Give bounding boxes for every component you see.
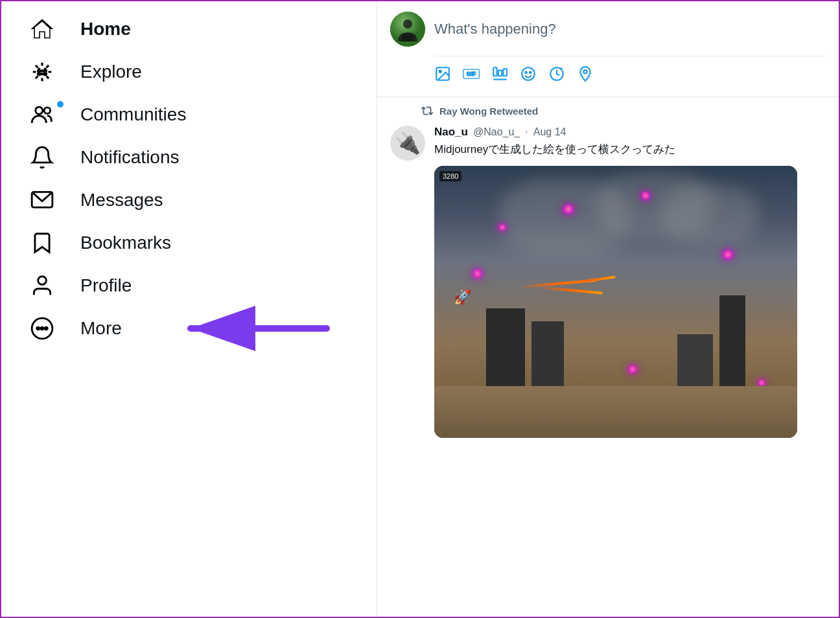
svg-point-14 <box>41 327 43 330</box>
svg-line-0 <box>36 65 38 67</box>
svg-point-13 <box>37 327 40 330</box>
annotation-arrow <box>178 303 333 354</box>
orb-4 <box>723 250 732 259</box>
sidebar-item-bookmarks[interactable]: Bookmarks <box>9 223 369 263</box>
notifications-icon <box>30 145 54 170</box>
svg-point-29 <box>522 67 535 80</box>
profile-icon <box>30 273 54 298</box>
compose-area: What's happening? GIF <box>377 1 839 97</box>
compose-placeholder[interactable]: What's happening? <box>434 12 826 47</box>
sidebar-label-communities: Communities <box>80 104 186 125</box>
compose-poll-button[interactable] <box>491 65 508 86</box>
tweet-text: Midjourneyで生成した絵を使って横スクってみた <box>434 141 826 158</box>
sidebar-label-bookmarks: Bookmarks <box>80 233 171 253</box>
tweet-date: Aug 14 <box>533 126 566 138</box>
compose-schedule-button[interactable] <box>548 65 565 86</box>
communities-icon <box>30 102 54 127</box>
compose-top: What's happening? <box>390 12 826 47</box>
sidebar-label-more: More <box>80 318 122 339</box>
sidebar-item-messages[interactable]: Messages <box>9 180 369 220</box>
sidebar-label-home: Home <box>80 19 131 40</box>
svg-point-22 <box>439 71 441 73</box>
sidebar-item-communities[interactable]: Communities <box>9 95 369 135</box>
svg-point-8 <box>36 107 43 114</box>
battle-scene-illustration: 3280 <box>434 166 797 438</box>
sidebar-label-profile: Profile <box>80 275 132 296</box>
orb-1 <box>564 205 573 214</box>
orb-2 <box>642 192 649 200</box>
svg-line-3 <box>47 65 49 67</box>
sidebar: Home Explore <box>1 1 377 617</box>
more-icon-container <box>30 316 69 341</box>
orb-6 <box>758 380 765 386</box>
svg-point-11 <box>38 277 47 285</box>
svg-point-31 <box>530 72 531 74</box>
messages-icon <box>30 188 54 212</box>
tweet-item: 🔌 Nao_u @Nao_u_ · Aug 14 Midjourneyで生成した… <box>377 119 839 446</box>
svg-point-33 <box>583 70 587 73</box>
sidebar-label-explore: Explore <box>80 62 142 82</box>
retweet-label: Ray Wong Retweeted <box>377 97 839 119</box>
tweet-image[interactable]: 3280 <box>434 166 797 438</box>
svg-text:GIF: GIF <box>467 71 476 77</box>
tweet-image-inner: 3280 <box>434 166 797 438</box>
compose-image-button[interactable] <box>434 65 451 86</box>
sidebar-item-home[interactable]: Home <box>9 9 369 49</box>
retweet-text: Ray Wong Retweeted <box>439 106 538 117</box>
sidebar-label-messages: Messages <box>80 190 163 211</box>
explore-icon <box>30 60 54 84</box>
tweet-feed: Ray Wong Retweeted 🔌 Nao_u @Nao_u_ · Aug… <box>377 97 839 617</box>
sidebar-item-profile[interactable]: Profile <box>9 266 369 306</box>
svg-line-1 <box>47 76 49 78</box>
sidebar-label-notifications: Notifications <box>80 147 180 168</box>
svg-rect-27 <box>503 69 506 76</box>
svg-line-2 <box>36 76 38 78</box>
tweet-author-name: Nao_u <box>434 126 468 139</box>
more-icon <box>30 316 54 341</box>
schedule-icon <box>548 65 565 82</box>
communities-dot <box>57 101 64 108</box>
communities-icon-container <box>30 102 69 127</box>
fire-2 <box>538 286 603 294</box>
tweet-header: Nao_u @Nao_u_ · Aug 14 <box>434 126 826 139</box>
svg-point-9 <box>44 108 51 114</box>
messages-icon-container <box>30 188 69 212</box>
home-icon-container <box>30 17 69 41</box>
sidebar-item-explore[interactable]: Explore <box>9 52 369 92</box>
tweet-author-handle: @Nao_u_ <box>473 126 520 138</box>
orb-5 <box>629 365 636 373</box>
location-icon <box>577 65 594 82</box>
svg-point-30 <box>525 72 527 74</box>
tweet-author-avatar[interactable]: 🔌 <box>390 126 425 161</box>
svg-rect-25 <box>493 67 496 76</box>
sidebar-item-more[interactable]: More <box>9 308 369 349</box>
fire-3 <box>564 275 616 285</box>
compose-gif-button[interactable]: GIF <box>463 65 480 86</box>
compose-emoji-button[interactable] <box>520 65 537 86</box>
gif-icon: GIF <box>463 65 480 82</box>
svg-point-15 <box>45 327 47 330</box>
bookmarks-icon <box>30 231 54 255</box>
emoji-icon <box>520 65 537 82</box>
sidebar-item-notifications[interactable]: Notifications <box>9 137 369 177</box>
image-icon <box>434 65 451 82</box>
compose-actions: GIF <box>434 56 826 86</box>
compose-location-button[interactable] <box>577 65 594 86</box>
smoke-3 <box>661 185 758 244</box>
tweet-separator: · <box>525 126 528 138</box>
svg-point-20 <box>403 19 412 29</box>
profile-icon-container <box>30 273 69 298</box>
explore-icon-container <box>30 60 69 84</box>
ground <box>434 386 797 438</box>
avatar-image <box>390 12 425 47</box>
orb-3 <box>499 224 506 231</box>
bookmarks-icon-container <box>30 231 69 255</box>
poll-icon <box>491 65 508 82</box>
notifications-icon-container <box>30 145 69 170</box>
tweet-body: Nao_u @Nao_u_ · Aug 14 Midjourneyで生成した絵を… <box>434 126 826 438</box>
main-content: What's happening? GIF <box>377 1 839 617</box>
orb-7 <box>473 269 482 278</box>
image-label: 3280 <box>439 171 461 181</box>
svg-rect-26 <box>498 71 502 76</box>
user-avatar[interactable] <box>390 12 425 47</box>
